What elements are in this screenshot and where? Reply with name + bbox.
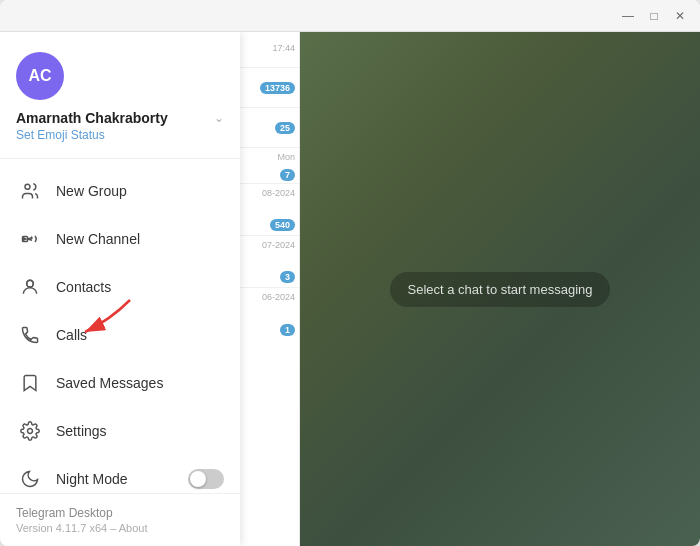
maximize-button[interactable]: □ (642, 4, 666, 28)
chat-item-6: 07-2024 3 (240, 236, 299, 288)
contacts-label: Contacts (56, 279, 224, 295)
new-group-label: New Group (56, 183, 224, 199)
group-icon (16, 177, 44, 205)
toggle-knob (190, 471, 206, 487)
night-mode-toggle[interactable] (188, 469, 224, 489)
night-mode-label: Night Mode (56, 471, 188, 487)
chat-item-time-1: 17:44 (240, 32, 299, 68)
sidebar-item-contacts[interactable]: Contacts (0, 263, 240, 311)
menu-items-list: New Group New Channel (0, 159, 240, 493)
set-emoji-status[interactable]: Set Emoji Status (16, 128, 224, 142)
new-channel-label: New Channel (56, 231, 224, 247)
chat-item-2: 13736 (240, 68, 299, 108)
profile-name: Amarnath Chakraborty (16, 110, 168, 126)
calls-label: Calls (56, 327, 224, 343)
profile-name-row: Amarnath Chakraborty ⌄ (16, 110, 224, 126)
chat-item-7: 06-2024 1 (240, 288, 299, 340)
settings-icon (16, 417, 44, 445)
select-chat-message: Select a chat to start messaging (390, 272, 611, 307)
chat-item-4: Mon 7 (240, 148, 299, 184)
app-window: — □ ✕ AC Amarnath Chakraborty ⌄ Set Emoj… (0, 0, 700, 546)
settings-label: Settings (56, 423, 224, 439)
sidebar-item-new-group[interactable]: New Group (0, 167, 240, 215)
chat-item-5: 08-2024 540 (240, 184, 299, 236)
sidebar-item-new-channel[interactable]: New Channel (0, 215, 240, 263)
bookmark-icon (16, 369, 44, 397)
titlebar: — □ ✕ (0, 0, 700, 32)
contacts-icon (16, 273, 44, 301)
sidebar-item-settings[interactable]: Settings (0, 407, 240, 455)
chat-area: Select a chat to start messaging (300, 32, 700, 546)
svg-point-6 (28, 429, 33, 434)
calls-icon (16, 321, 44, 349)
app-version[interactable]: Version 4.11.7 x64 – About (16, 522, 224, 534)
channel-icon (16, 225, 44, 253)
sidebar-menu: AC Amarnath Chakraborty ⌄ Set Emoji Stat… (0, 32, 240, 546)
moon-icon (16, 465, 44, 493)
close-button[interactable]: ✕ (668, 4, 692, 28)
saved-messages-label: Saved Messages (56, 375, 224, 391)
avatar[interactable]: AC (16, 52, 64, 100)
sidebar-item-night-mode[interactable]: Night Mode (0, 455, 240, 493)
sidebar-item-saved-messages[interactable]: Saved Messages (0, 359, 240, 407)
svg-point-5 (27, 280, 34, 287)
minimize-button[interactable]: — (616, 4, 640, 28)
app-name: Telegram Desktop (16, 506, 224, 520)
svg-point-0 (25, 184, 30, 189)
main-content: AC Amarnath Chakraborty ⌄ Set Emoji Stat… (0, 32, 700, 546)
chevron-down-icon[interactable]: ⌄ (214, 111, 224, 125)
chat-item-3: 25 (240, 108, 299, 148)
profile-section: AC Amarnath Chakraborty ⌄ Set Emoji Stat… (0, 32, 240, 159)
sidebar-item-calls[interactable]: Calls (0, 311, 240, 359)
footer: Telegram Desktop Version 4.11.7 x64 – Ab… (0, 493, 240, 546)
chat-list-partial: 17:44 13736 25 Mon 7 08-2024 540 07-2024… (240, 32, 300, 546)
